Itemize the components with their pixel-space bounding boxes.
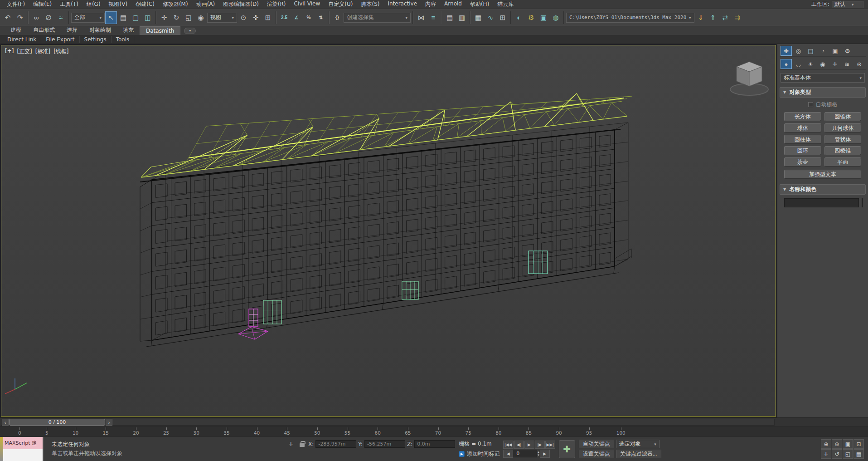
systems-category-icon[interactable]: ⊛ [853,59,865,69]
go-to-end-button[interactable]: ▶▶| [545,441,555,449]
name-color-rollout-header[interactable]: ▼ 名称和颜色 [780,184,866,195]
rect-selection-region-icon[interactable]: ▢ [130,11,141,24]
selection-lock-toggle[interactable] [297,440,306,448]
menu-item[interactable]: 工具(T) [56,0,82,9]
select-by-name-icon[interactable]: ▤ [117,11,129,24]
timeline-ruler[interactable]: 0510152025303540455055606570758085909510… [0,427,868,436]
align-icon[interactable]: ≡ [427,11,439,24]
menu-item[interactable]: 图形编辑器(D) [219,0,263,9]
ribbon-subtab[interactable]: Direct Link [3,36,41,43]
menu-item[interactable]: 组(G) [82,0,105,9]
pan-icon[interactable]: ✛ [821,449,831,459]
go-to-start-button[interactable]: |◀◀ [503,441,513,449]
use-pivot-point-center-icon[interactable]: ⊙ [238,11,249,24]
menu-item[interactable]: Interactive [383,0,421,9]
selection-set-dropdown[interactable]: 选定对象 ▾ [616,440,659,448]
viewport-perspective[interactable]: [+][正交][标准][线框] [1,45,776,417]
menu-item[interactable]: 内容 [421,0,440,9]
ribbon-tab[interactable]: 对象绘制 [83,25,117,35]
snaps-toggle-icon[interactable]: 2.5 [278,11,290,24]
spinner-snap-icon[interactable]: ⇅ [315,11,327,24]
display-tab-icon[interactable]: ▣ [829,46,841,56]
object-type-button[interactable]: 圆环 [784,146,821,155]
select-and-scale-icon[interactable]: ◱ [183,11,194,24]
frame-spinner[interactable]: ▴ ▾ [538,451,539,457]
object-type-rollout-header[interactable]: ▼ 对象类型 [780,87,866,98]
time-slider-left-arrow[interactable]: ‹ [2,419,9,426]
menu-item[interactable]: 文件(F) [3,0,29,9]
selection-filter-dropdown[interactable]: 全部 ▾ [71,13,105,23]
helpers-category-icon[interactable]: ✛ [829,59,840,69]
zoom-extents-icon[interactable]: ▣ [843,439,853,449]
set-key-button[interactable]: 设置关键点 [579,450,614,458]
transform-type-in-icon[interactable]: ✛ [286,440,296,448]
viewport-label-part[interactable]: [正交] [17,48,32,55]
asset-link-icon[interactable]: ⇄ [719,11,731,24]
angle-snap-icon[interactable]: ∠ [291,11,302,24]
menu-item[interactable]: 渲染(R) [263,0,290,9]
ribbon-minimize-toggle[interactable]: ▾ [184,28,196,34]
viewport-label-part[interactable]: [线框] [53,48,68,55]
menu-item[interactable]: 猫云库 [493,0,518,9]
viewport-layout-icon[interactable]: ▦ [853,449,864,459]
orbit-icon[interactable]: ↺ [832,449,842,459]
menu-item[interactable]: Arnold [440,0,466,9]
time-slider-groove[interactable] [1,419,775,426]
frame-forward-button[interactable]: ▶ [540,450,550,458]
object-type-button[interactable]: 管状体 [824,135,862,144]
geometry-category-icon[interactable]: ● [781,59,792,69]
zoom-icon[interactable]: ⊕ [821,439,831,449]
spinner-down-icon[interactable]: ▾ [538,454,539,457]
bind-to-space-warp-icon[interactable]: ≈ [55,11,67,24]
object-type-button[interactable]: 圆锥体 [824,112,862,121]
space-warps-category-icon[interactable]: ≋ [841,59,853,69]
modify-tab-icon[interactable]: ◎ [793,46,804,56]
listener-grip[interactable] [0,437,3,461]
autogrid-checkbox[interactable] [808,102,813,107]
object-type-button[interactable]: 长方体 [784,112,821,121]
select-and-link-icon[interactable]: ∞ [30,11,42,24]
render-production-icon[interactable]: ◍ [550,11,562,24]
ribbon-subtab[interactable]: File Export [41,36,79,43]
z-coordinate-field[interactable]: 0.0m [414,440,455,448]
toggle-layer-explorer-icon[interactable]: ▥ [456,11,468,24]
export-icon[interactable]: ⇑ [707,11,719,24]
menu-item[interactable]: 动画(A) [192,0,219,9]
menu-item[interactable]: 修改器(M) [159,0,192,9]
object-type-button[interactable]: 茶壶 [784,157,821,167]
view-cube[interactable] [730,62,768,95]
current-frame-field[interactable]: 0 [514,450,537,457]
render-setup-icon[interactable]: ⚙ [525,11,537,24]
hierarchy-tab-icon[interactable]: ▤ [805,46,816,56]
keyboard-shortcut-override-icon[interactable]: ⊞ [262,11,274,24]
select-object-icon[interactable]: ↖ [105,11,117,24]
utilities-tab-icon[interactable]: ⚙ [842,46,853,56]
create-tab-icon[interactable]: ✚ [781,46,792,56]
ribbon-tab[interactable]: Datasmith [140,26,180,35]
import-icon[interactable]: ⇓ [695,11,707,24]
select-and-manipulate-icon[interactable]: ✜ [250,11,262,24]
ribbon-toggle-icon[interactable]: ▦ [472,11,484,24]
menu-item[interactable]: Civil View [290,0,325,9]
menu-item[interactable]: 创建(C) [131,0,159,9]
reference-coordinate-dropdown[interactable]: 视图 ▾ [207,13,237,23]
time-slider-right-arrow[interactable]: › [106,419,112,426]
shapes-category-icon[interactable]: ◡ [793,59,804,69]
ribbon-subtab[interactable]: Settings [80,36,112,43]
schematic-view-icon[interactable]: ⊞ [497,11,509,24]
object-color-swatch[interactable] [862,198,863,207]
lights-category-icon[interactable]: ☀ [805,59,816,69]
toggle-scene-explorer-icon[interactable]: ▤ [444,11,456,24]
y-coordinate-field[interactable]: -56.257m [364,440,405,448]
unlink-selection-icon[interactable]: ∅ [43,11,54,24]
time-slider-handle[interactable]: 0 / 100 [9,419,105,426]
zoom-region-icon[interactable]: ⊡ [853,439,864,449]
select-and-place-icon[interactable]: ◉ [195,11,207,24]
object-type-button[interactable]: 几何球体 [824,123,862,132]
set-keys-big-button[interactable]: ✚ [559,440,575,458]
cameras-category-icon[interactable]: ◉ [817,59,829,69]
object-type-button[interactable]: 平面 [824,157,862,167]
x-coordinate-field[interactable]: -283.957m [315,440,356,448]
object-name-input[interactable] [784,198,859,207]
object-type-button-text[interactable]: 加强型文本 [784,170,861,179]
